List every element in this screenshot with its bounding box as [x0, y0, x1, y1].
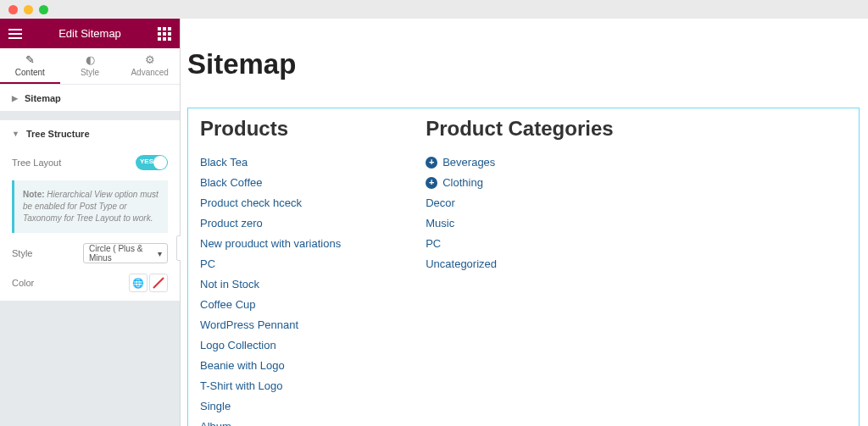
note-prefix: Note: — [23, 190, 45, 199]
minimize-window-button[interactable] — [24, 5, 33, 14]
sitemap-list: Black TeaBlack CoffeeProduct check hceck… — [200, 156, 341, 426]
sitemap-link[interactable]: Black Coffee — [200, 176, 341, 189]
sitemap-link[interactable]: Beverages — [426, 156, 613, 169]
control-color: Color 🌐 — [12, 274, 168, 292]
globe-icon: 🌐 — [132, 278, 144, 289]
color-picker-button[interactable] — [149, 274, 168, 292]
section-body: Tree Layout YES Note: Hierarchical View … — [0, 147, 180, 301]
panel-tabs: ✎ Content ◐ Style ⚙ Advanced — [0, 48, 180, 84]
chevron-down-icon: ▾ — [158, 249, 162, 258]
sitemap-column: ProductsBlack TeaBlack CoffeeProduct che… — [200, 117, 341, 426]
sitemap-link-label: T-Shirt with Logo — [200, 379, 283, 392]
color-controls: 🌐 — [129, 274, 168, 292]
section-title: Tree Structure — [26, 129, 90, 139]
expand-plus-icon[interactable] — [426, 157, 437, 169]
sitemap-link-label: Product zero — [200, 217, 263, 230]
section-title: Sitemap — [25, 93, 61, 103]
maximize-window-button[interactable] — [39, 5, 48, 14]
control-label: Style — [12, 248, 32, 258]
window-titlebar — [0, 0, 868, 19]
caret-down-icon: ▼ — [12, 130, 19, 138]
sitemap-link-label: Not in Stock — [200, 278, 259, 290]
section-tree-structure: ▼ Tree Structure Tree Layout YES Note: H… — [0, 119, 180, 301]
sitemap-link[interactable]: Logo Collection — [200, 339, 341, 351]
sitemap-link[interactable]: Black Tea — [200, 156, 341, 169]
menu-icon[interactable] — [8, 29, 22, 39]
widgets-grid-icon[interactable] — [158, 27, 171, 41]
column-heading: Products — [200, 117, 341, 141]
sitemap-link[interactable]: Single — [200, 400, 341, 412]
sitemap-link[interactable]: Beanie with Logo — [200, 359, 341, 372]
preview-canvas: Sitemap ProductsBlack TeaBlack CoffeePro… — [181, 19, 868, 426]
pencil-icon: ✎ — [25, 53, 35, 66]
sitemap-link-label: Music — [426, 217, 454, 230]
sidebar-header: Edit Sitemap — [0, 19, 180, 48]
sitemap-link[interactable]: Clothing — [426, 176, 613, 189]
caret-right-icon: ▶ — [12, 94, 18, 102]
sitemap-link-label: Black Tea — [200, 156, 248, 169]
sitemap-link-label: Single — [200, 400, 231, 412]
svg-line-0 — [153, 278, 164, 288]
sitemap-link-label: Album — [200, 420, 231, 426]
select-value: Circle ( Plus & Minus — [89, 244, 158, 263]
sitemap-link-label: New prouduct with variations — [200, 237, 341, 250]
sitemap-link-label: WordPress Pennant — [200, 318, 298, 331]
control-tree-layout: Tree Layout YES — [12, 155, 168, 170]
sitemap-link[interactable]: Music — [426, 217, 613, 230]
tab-advanced[interactable]: ⚙ Advanced — [120, 48, 180, 84]
toggle-state-label: YES — [140, 158, 153, 165]
sitemap-link-label: Beanie with Logo — [200, 359, 285, 372]
sitemap-link-label: Uncategorized — [426, 257, 497, 270]
sitemap-link[interactable]: Product zero — [200, 217, 341, 230]
contrast-icon: ◐ — [86, 53, 95, 66]
section-header-tree-structure[interactable]: ▼ Tree Structure — [0, 120, 180, 147]
color-swatch-icon — [152, 276, 165, 290]
tab-style[interactable]: ◐ Style — [60, 48, 120, 84]
column-heading: Product Categories — [426, 117, 613, 141]
sitemap-widget[interactable]: ProductsBlack TeaBlack CoffeeProduct che… — [187, 108, 860, 426]
sitemap-column: Product CategoriesBeveragesClothingDecor… — [426, 117, 613, 426]
sitemap-link[interactable]: WordPress Pennant — [200, 318, 341, 331]
sitemap-link[interactable]: Coffee Cup — [200, 298, 341, 311]
sitemap-link-label: Logo Collection — [200, 339, 276, 351]
expand-plus-icon[interactable] — [426, 177, 437, 189]
sitemap-link[interactable]: PC — [200, 257, 341, 270]
control-label: Tree Layout — [12, 158, 61, 168]
global-color-button[interactable]: 🌐 — [129, 274, 147, 292]
sitemap-link-label: Product check hceck — [200, 196, 302, 209]
sitemap-link-label: PC — [200, 257, 215, 270]
sitemap-link[interactable]: Album — [200, 420, 341, 426]
section-sitemap: ▶ Sitemap — [0, 84, 180, 111]
sitemap-link[interactable]: Not in Stock — [200, 278, 341, 290]
control-style: Style Circle ( Plus & Minus ▾ — [12, 243, 168, 263]
sitemap-link[interactable]: Decor — [426, 196, 613, 209]
style-select[interactable]: Circle ( Plus & Minus ▾ — [83, 243, 168, 263]
sitemap-link-label: Black Coffee — [200, 176, 262, 189]
sitemap-link-label: Decor — [426, 196, 455, 209]
control-label: Color — [12, 278, 34, 288]
sitemap-link[interactable]: Product check hceck — [200, 196, 341, 209]
close-window-button[interactable] — [8, 5, 18, 14]
sitemap-link[interactable]: T-Shirt with Logo — [200, 379, 341, 392]
sitemap-list: BeveragesClothingDecorMusicPCUncategoriz… — [426, 156, 613, 270]
toggle-knob-icon — [153, 156, 167, 169]
sitemap-link[interactable]: PC — [426, 237, 613, 250]
tab-label: Content — [15, 68, 45, 77]
editor-sidebar: Edit Sitemap ✎ Content ◐ Style ⚙ Advance… — [0, 19, 180, 426]
sitemap-link[interactable]: New prouduct with variations — [200, 237, 341, 250]
sitemap-link-label: Clothing — [442, 176, 483, 189]
tab-label: Advanced — [131, 68, 168, 77]
tab-content[interactable]: ✎ Content — [0, 48, 60, 84]
sidebar-title: Edit Sitemap — [58, 27, 121, 40]
sitemap-link-label: Beverages — [442, 156, 495, 169]
sitemap-link[interactable]: Uncategorized — [426, 257, 613, 270]
page-title: Sitemap — [187, 48, 860, 80]
sitemap-link-label: PC — [426, 237, 441, 250]
note-box: Note: Hierarchical View option must be e… — [12, 180, 168, 233]
tree-layout-toggle[interactable]: YES — [136, 155, 168, 170]
gear-icon: ⚙ — [145, 53, 155, 66]
tab-label: Style — [81, 68, 99, 77]
sitemap-link-label: Coffee Cup — [200, 298, 256, 311]
section-header-sitemap[interactable]: ▶ Sitemap — [0, 85, 180, 111]
